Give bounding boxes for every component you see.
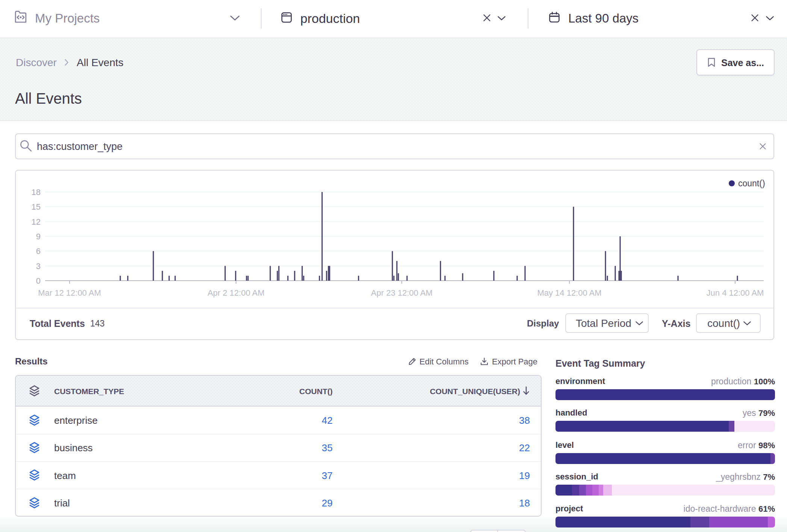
svg-text:Apr 23 12:00 AM: Apr 23 12:00 AM <box>371 288 433 298</box>
svg-text:count(): count() <box>738 178 765 188</box>
svg-text:May 14 12:00 AM: May 14 12:00 AM <box>537 288 601 298</box>
svg-text:18: 18 <box>32 187 41 197</box>
svg-text:0: 0 <box>36 276 41 286</box>
svg-text:15: 15 <box>32 202 41 212</box>
svg-text:Mar 12 12:00 AM: Mar 12 12:00 AM <box>38 288 101 298</box>
svg-text:Apr 2 12:00 AM: Apr 2 12:00 AM <box>207 288 265 298</box>
svg-text:9: 9 <box>36 232 41 241</box>
svg-text:Jun 4 12:00 AM: Jun 4 12:00 AM <box>707 288 764 298</box>
svg-text:12: 12 <box>32 217 41 227</box>
svg-text:3: 3 <box>36 261 41 271</box>
svg-text:6: 6 <box>36 246 41 256</box>
